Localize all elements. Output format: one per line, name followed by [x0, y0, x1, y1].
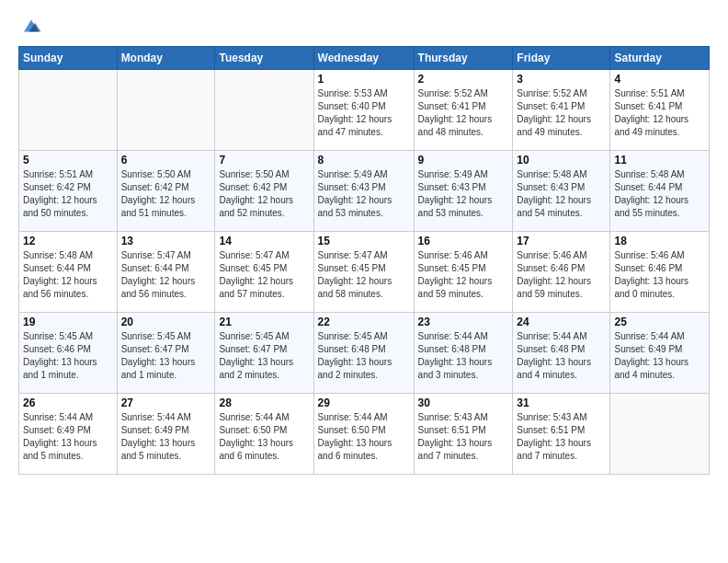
day-info: Sunrise: 5:44 AM Sunset: 6:49 PM Dayligh… — [121, 411, 211, 463]
week-row-2: 5Sunrise: 5:51 AM Sunset: 6:42 PM Daylig… — [19, 151, 710, 232]
logo-icon — [20, 15, 42, 37]
calendar-cell: 9Sunrise: 5:49 AM Sunset: 6:43 PM Daylig… — [414, 151, 513, 232]
page: SundayMondayTuesdayWednesdayThursdayFrid… — [0, 0, 728, 563]
calendar-cell: 21Sunrise: 5:45 AM Sunset: 6:47 PM Dayli… — [215, 313, 313, 394]
calendar-cell: 27Sunrise: 5:44 AM Sunset: 6:49 PM Dayli… — [117, 394, 215, 475]
day-number: 20 — [121, 316, 211, 328]
day-number: 14 — [219, 235, 309, 247]
day-number: 2 — [418, 73, 509, 86]
day-number: 31 — [517, 396, 606, 409]
calendar-cell: 3Sunrise: 5:52 AM Sunset: 6:41 PM Daylig… — [513, 70, 610, 151]
day-info: Sunrise: 5:50 AM Sunset: 6:42 PM Dayligh… — [219, 168, 309, 220]
day-info: Sunrise: 5:48 AM Sunset: 6:44 PM Dayligh… — [614, 168, 705, 220]
calendar-cell: 1Sunrise: 5:53 AM Sunset: 6:40 PM Daylig… — [313, 70, 414, 151]
week-row-1: 1Sunrise: 5:53 AM Sunset: 6:40 PM Daylig… — [19, 70, 710, 151]
day-number: 5 — [23, 154, 113, 167]
day-number: 11 — [614, 154, 705, 167]
day-number: 22 — [318, 316, 410, 328]
day-info: Sunrise: 5:49 AM Sunset: 6:43 PM Dayligh… — [418, 168, 509, 220]
calendar-cell: 23Sunrise: 5:44 AM Sunset: 6:48 PM Dayli… — [414, 313, 513, 394]
day-info: Sunrise: 5:43 AM Sunset: 6:51 PM Dayligh… — [517, 411, 606, 463]
calendar-cell: 28Sunrise: 5:44 AM Sunset: 6:50 PM Dayli… — [215, 394, 313, 475]
calendar-cell — [117, 70, 215, 151]
calendar-cell: 17Sunrise: 5:46 AM Sunset: 6:46 PM Dayli… — [513, 232, 610, 313]
header — [18, 15, 710, 37]
day-header-saturday: Saturday — [610, 47, 710, 70]
day-info: Sunrise: 5:44 AM Sunset: 6:48 PM Dayligh… — [517, 330, 606, 382]
day-number: 16 — [418, 235, 509, 247]
day-number: 3 — [517, 73, 606, 86]
day-number: 18 — [614, 235, 705, 247]
day-number: 9 — [418, 154, 509, 167]
day-header-friday: Friday — [513, 47, 610, 70]
day-number: 13 — [121, 235, 211, 247]
calendar-cell: 11Sunrise: 5:48 AM Sunset: 6:44 PM Dayli… — [610, 151, 710, 232]
day-info: Sunrise: 5:48 AM Sunset: 6:43 PM Dayligh… — [517, 168, 606, 220]
calendar-cell: 15Sunrise: 5:47 AM Sunset: 6:45 PM Dayli… — [313, 232, 414, 313]
day-info: Sunrise: 5:46 AM Sunset: 6:45 PM Dayligh… — [418, 249, 509, 301]
logo — [18, 15, 42, 37]
day-info: Sunrise: 5:52 AM Sunset: 6:41 PM Dayligh… — [418, 87, 509, 139]
calendar-body: 1Sunrise: 5:53 AM Sunset: 6:40 PM Daylig… — [19, 70, 710, 475]
calendar-cell: 20Sunrise: 5:45 AM Sunset: 6:47 PM Dayli… — [117, 313, 215, 394]
day-info: Sunrise: 5:45 AM Sunset: 6:48 PM Dayligh… — [318, 330, 410, 382]
day-number: 26 — [23, 396, 113, 409]
day-header-wednesday: Wednesday — [313, 47, 414, 70]
day-info: Sunrise: 5:44 AM Sunset: 6:49 PM Dayligh… — [23, 411, 113, 463]
day-info: Sunrise: 5:53 AM Sunset: 6:40 PM Dayligh… — [318, 87, 410, 139]
day-info: Sunrise: 5:49 AM Sunset: 6:43 PM Dayligh… — [318, 168, 410, 220]
day-info: Sunrise: 5:47 AM Sunset: 6:44 PM Dayligh… — [121, 249, 211, 301]
day-number: 24 — [517, 316, 606, 328]
day-header-monday: Monday — [117, 47, 215, 70]
calendar-cell: 24Sunrise: 5:44 AM Sunset: 6:48 PM Dayli… — [513, 313, 610, 394]
day-header-tuesday: Tuesday — [215, 47, 313, 70]
calendar-cell: 26Sunrise: 5:44 AM Sunset: 6:49 PM Dayli… — [19, 394, 118, 475]
day-info: Sunrise: 5:51 AM Sunset: 6:41 PM Dayligh… — [614, 87, 705, 139]
day-number: 19 — [23, 316, 113, 328]
day-number: 23 — [418, 316, 509, 328]
day-number: 25 — [614, 316, 705, 328]
day-info: Sunrise: 5:45 AM Sunset: 6:47 PM Dayligh… — [219, 330, 309, 382]
week-row-4: 19Sunrise: 5:45 AM Sunset: 6:46 PM Dayli… — [19, 313, 710, 394]
day-number: 4 — [614, 73, 705, 86]
day-info: Sunrise: 5:44 AM Sunset: 6:49 PM Dayligh… — [614, 330, 705, 382]
calendar-cell: 16Sunrise: 5:46 AM Sunset: 6:45 PM Dayli… — [414, 232, 513, 313]
calendar-cell: 14Sunrise: 5:47 AM Sunset: 6:45 PM Dayli… — [215, 232, 313, 313]
day-number: 7 — [219, 154, 309, 167]
week-row-5: 26Sunrise: 5:44 AM Sunset: 6:49 PM Dayli… — [19, 394, 710, 475]
day-header-sunday: Sunday — [19, 47, 118, 70]
day-number: 28 — [219, 396, 309, 409]
calendar-cell: 18Sunrise: 5:46 AM Sunset: 6:46 PM Dayli… — [610, 232, 710, 313]
day-number: 6 — [121, 154, 211, 167]
day-info: Sunrise: 5:46 AM Sunset: 6:46 PM Dayligh… — [517, 249, 606, 301]
calendar-cell: 6Sunrise: 5:50 AM Sunset: 6:42 PM Daylig… — [117, 151, 215, 232]
calendar-table: SundayMondayTuesdayWednesdayThursdayFrid… — [18, 46, 710, 475]
day-number: 17 — [517, 235, 606, 247]
day-number: 8 — [318, 154, 410, 167]
calendar-cell: 22Sunrise: 5:45 AM Sunset: 6:48 PM Dayli… — [313, 313, 414, 394]
calendar-cell: 7Sunrise: 5:50 AM Sunset: 6:42 PM Daylig… — [215, 151, 313, 232]
calendar-cell: 31Sunrise: 5:43 AM Sunset: 6:51 PM Dayli… — [513, 394, 610, 475]
calendar-cell: 10Sunrise: 5:48 AM Sunset: 6:43 PM Dayli… — [513, 151, 610, 232]
week-row-3: 12Sunrise: 5:48 AM Sunset: 6:44 PM Dayli… — [19, 232, 710, 313]
day-info: Sunrise: 5:48 AM Sunset: 6:44 PM Dayligh… — [23, 249, 113, 301]
day-number: 15 — [318, 235, 410, 247]
day-header-thursday: Thursday — [414, 47, 513, 70]
day-number: 10 — [517, 154, 606, 167]
day-info: Sunrise: 5:44 AM Sunset: 6:48 PM Dayligh… — [418, 330, 509, 382]
calendar-cell — [610, 394, 710, 475]
calendar-cell: 2Sunrise: 5:52 AM Sunset: 6:41 PM Daylig… — [414, 70, 513, 151]
day-info: Sunrise: 5:47 AM Sunset: 6:45 PM Dayligh… — [318, 249, 410, 301]
day-info: Sunrise: 5:47 AM Sunset: 6:45 PM Dayligh… — [219, 249, 309, 301]
calendar-cell: 5Sunrise: 5:51 AM Sunset: 6:42 PM Daylig… — [19, 151, 118, 232]
day-info: Sunrise: 5:45 AM Sunset: 6:47 PM Dayligh… — [121, 330, 211, 382]
day-info: Sunrise: 5:51 AM Sunset: 6:42 PM Dayligh… — [23, 168, 113, 220]
day-info: Sunrise: 5:43 AM Sunset: 6:51 PM Dayligh… — [418, 411, 509, 463]
calendar-cell: 29Sunrise: 5:44 AM Sunset: 6:50 PM Dayli… — [313, 394, 414, 475]
calendar-cell: 19Sunrise: 5:45 AM Sunset: 6:46 PM Dayli… — [19, 313, 118, 394]
day-info: Sunrise: 5:44 AM Sunset: 6:50 PM Dayligh… — [219, 411, 309, 463]
day-number: 30 — [418, 396, 509, 409]
calendar-header: SundayMondayTuesdayWednesdayThursdayFrid… — [19, 47, 710, 70]
day-info: Sunrise: 5:52 AM Sunset: 6:41 PM Dayligh… — [517, 87, 606, 139]
calendar-cell: 12Sunrise: 5:48 AM Sunset: 6:44 PM Dayli… — [19, 232, 118, 313]
